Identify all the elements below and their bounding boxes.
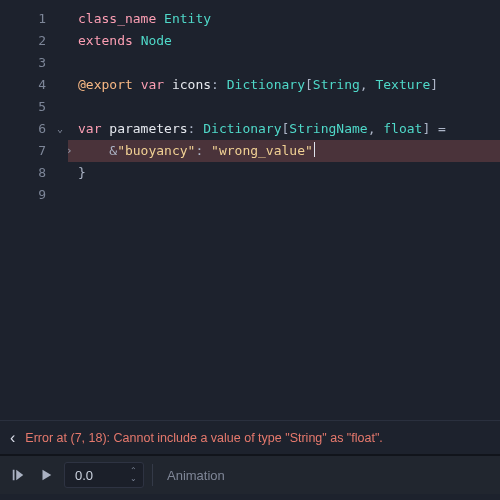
code-line[interactable]: &"buoyancy": "wrong_value"	[68, 140, 500, 162]
line-number: 8	[0, 162, 68, 184]
line-number: 5	[0, 96, 68, 118]
token-punc: [	[305, 77, 313, 92]
token-ident: parameters	[109, 121, 187, 136]
time-value: 0.0	[75, 468, 124, 483]
text-caret	[314, 142, 315, 157]
animation-bar: 0.0 ⌃ ⌄ Animation	[0, 454, 500, 494]
line-number: 6⌄	[0, 118, 68, 140]
token-punc: &	[109, 143, 117, 158]
code-line[interactable]: @export var icons: Dictionary[String, Te…	[68, 74, 500, 96]
token-punc: :	[195, 143, 203, 158]
animation-field[interactable]: Animation	[161, 468, 225, 483]
chevron-left-icon[interactable]: ‹	[10, 429, 15, 447]
token-type: Node	[141, 33, 172, 48]
code-line[interactable]: class_name Entity	[68, 8, 500, 30]
separator	[152, 464, 153, 486]
token-type: StringName	[289, 121, 367, 136]
token-punc: =	[438, 121, 446, 136]
svg-marker-1	[16, 470, 23, 481]
token-type: Dictionary	[227, 77, 305, 92]
line-number: 4	[0, 74, 68, 96]
line-number: 1	[0, 8, 68, 30]
token-type: String	[313, 77, 360, 92]
line-number: 9	[0, 184, 68, 206]
token-punc: :	[188, 121, 196, 136]
line-number: 3	[0, 52, 68, 74]
token-punc: ,	[368, 121, 376, 136]
token-type: Entity	[164, 11, 211, 26]
token-punc: :	[211, 77, 219, 92]
code-line[interactable]: extends Node	[68, 30, 500, 52]
code-area[interactable]: class_name Entityextends Node@export var…	[68, 0, 500, 420]
code-line[interactable]: }	[68, 162, 500, 184]
token-punc: }	[78, 165, 86, 180]
code-line[interactable]	[68, 96, 500, 118]
token-kw: class_name	[78, 11, 156, 26]
token-kw: var	[141, 77, 164, 92]
time-spinner[interactable]: ⌃ ⌄	[130, 467, 137, 483]
play-start-icon[interactable]	[8, 465, 28, 485]
svg-rect-0	[13, 470, 15, 481]
token-attr: @export	[78, 77, 133, 92]
time-field[interactable]: 0.0 ⌃ ⌄	[64, 462, 144, 488]
play-icon[interactable]	[36, 465, 56, 485]
code-editor[interactable]: 123456⌄789 class_name Entityextends Node…	[0, 0, 500, 420]
token-ident: icons	[172, 77, 211, 92]
line-gutter: 123456⌄789	[0, 0, 68, 420]
token-punc: ]	[430, 77, 438, 92]
svg-marker-2	[43, 470, 52, 481]
code-line[interactable]	[68, 184, 500, 206]
line-number: 2	[0, 30, 68, 52]
code-line[interactable]	[68, 52, 500, 74]
fold-down-icon[interactable]: ⌄	[57, 118, 63, 140]
token-kw: extends	[78, 33, 133, 48]
token-str: "wrong_value"	[211, 143, 313, 158]
code-line[interactable]: var parameters: Dictionary[StringName, f…	[68, 118, 500, 140]
token-kw: var	[78, 121, 101, 136]
token-punc: ,	[360, 77, 368, 92]
line-number: 7	[0, 140, 68, 162]
token-type: Dictionary	[203, 121, 281, 136]
token-type: float	[383, 121, 422, 136]
error-text: Error at (7, 18): Cannot include a value…	[25, 431, 383, 445]
error-bar: ‹ Error at (7, 18): Cannot include a val…	[0, 420, 500, 454]
token-str: "buoyancy"	[117, 143, 195, 158]
token-type: Texture	[375, 77, 430, 92]
spin-down-icon[interactable]: ⌄	[130, 475, 137, 483]
token-punc: ]	[422, 121, 430, 136]
